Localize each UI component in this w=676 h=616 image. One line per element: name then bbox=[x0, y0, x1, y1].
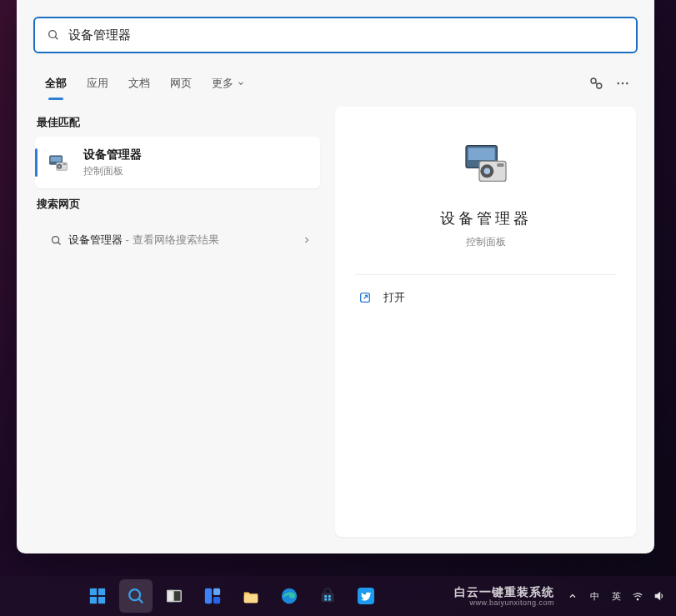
chevron-down-icon bbox=[237, 79, 245, 88]
tab-label: 更多 bbox=[212, 76, 233, 91]
svg-rect-39 bbox=[328, 598, 330, 601]
svg-rect-8 bbox=[51, 157, 62, 162]
lang-indicator[interactable]: 英 bbox=[608, 583, 624, 609]
svg-rect-33 bbox=[243, 594, 258, 603]
web-result-query: 设备管理器 bbox=[68, 233, 123, 246]
tab-apps[interactable]: 应用 bbox=[77, 65, 118, 102]
quick-search-button[interactable] bbox=[583, 70, 609, 97]
device-manager-icon bbox=[40, 151, 77, 174]
search-icon bbox=[43, 234, 68, 247]
store-button[interactable] bbox=[311, 579, 344, 613]
svg-rect-35 bbox=[321, 593, 333, 602]
system-tray: 白云一键重装系统 www.baiyunxitong.com 中 英 bbox=[454, 583, 668, 609]
pinned-app-button[interactable] bbox=[349, 579, 383, 613]
tray-overflow-icon[interactable] bbox=[564, 583, 581, 609]
volume-icon[interactable] bbox=[651, 583, 668, 609]
result-text: 设备管理器 控制面板 bbox=[83, 148, 142, 178]
search-panel: 全部 应用 文档 网页 更多 最佳匹配 bbox=[17, 0, 654, 553]
tab-more[interactable]: 更多 bbox=[202, 65, 255, 102]
results-column: 最佳匹配 设备管理器 控制面板 搜索网页 bbox=[35, 107, 320, 537]
tabs-row: 全部 应用 文档 网页 更多 bbox=[17, 65, 654, 102]
result-subtitle: 控制面板 bbox=[83, 164, 142, 178]
open-action-label: 打开 bbox=[383, 290, 405, 305]
tab-label: 文档 bbox=[128, 76, 150, 91]
content-row: 最佳匹配 设备管理器 控制面板 搜索网页 bbox=[17, 102, 654, 553]
web-result-text: 设备管理器 - 查看网络搜索结果 bbox=[68, 233, 302, 248]
svg-point-19 bbox=[483, 168, 489, 174]
tab-docs[interactable]: 文档 bbox=[118, 65, 160, 102]
web-result-suffix: - 查看网络搜索结果 bbox=[123, 233, 219, 246]
device-manager-icon bbox=[459, 137, 513, 190]
svg-point-41 bbox=[637, 598, 638, 600]
svg-rect-31 bbox=[213, 588, 219, 595]
preview-subtitle: 控制面板 bbox=[466, 235, 506, 249]
search-icon bbox=[47, 28, 60, 42]
tab-label: 全部 bbox=[45, 76, 67, 91]
svg-point-26 bbox=[129, 589, 140, 600]
svg-rect-20 bbox=[497, 163, 503, 167]
svg-point-3 bbox=[597, 83, 602, 88]
tab-label: 网页 bbox=[170, 76, 192, 91]
svg-rect-32 bbox=[213, 597, 219, 603]
svg-rect-36 bbox=[324, 595, 327, 598]
svg-rect-29 bbox=[167, 591, 173, 602]
svg-point-2 bbox=[591, 78, 596, 83]
svg-rect-37 bbox=[328, 595, 330, 598]
svg-line-1 bbox=[55, 37, 58, 39]
more-options-button[interactable] bbox=[609, 70, 636, 97]
svg-rect-25 bbox=[98, 597, 104, 603]
open-external-icon bbox=[358, 291, 372, 304]
svg-rect-24 bbox=[89, 597, 96, 603]
preview-title: 设备管理器 bbox=[440, 208, 532, 228]
search-box[interactable] bbox=[33, 17, 638, 53]
section-header-best-match: 最佳匹配 bbox=[35, 107, 320, 137]
preview-pane: 设备管理器 控制面板 打开 bbox=[335, 107, 636, 537]
task-view-button[interactable] bbox=[158, 579, 191, 613]
svg-rect-30 bbox=[204, 588, 211, 603]
result-title: 设备管理器 bbox=[83, 148, 142, 163]
svg-rect-38 bbox=[324, 598, 327, 601]
svg-line-27 bbox=[138, 599, 143, 603]
open-action[interactable]: 打开 bbox=[355, 275, 616, 320]
svg-line-14 bbox=[58, 242, 60, 244]
watermark-en: www.baiyunxitong.com bbox=[454, 598, 554, 607]
ime-indicator[interactable]: 中 bbox=[586, 583, 603, 609]
search-input[interactable] bbox=[68, 18, 636, 52]
svg-point-11 bbox=[58, 165, 61, 168]
svg-rect-12 bbox=[63, 163, 67, 165]
tab-label: 应用 bbox=[87, 76, 108, 91]
watermark: 白云一键重装系统 www.baiyunxitong.com bbox=[454, 585, 554, 607]
search-button[interactable] bbox=[119, 579, 153, 613]
section-header-web: 搜索网页 bbox=[35, 188, 320, 218]
chevron-right-icon bbox=[302, 235, 312, 245]
svg-rect-22 bbox=[89, 588, 96, 595]
tab-all[interactable]: 全部 bbox=[35, 65, 77, 102]
edge-button[interactable] bbox=[273, 579, 306, 613]
widgets-button[interactable] bbox=[196, 579, 229, 613]
svg-rect-23 bbox=[98, 588, 104, 595]
taskbar-center bbox=[8, 579, 454, 613]
best-match-result[interactable]: 设备管理器 控制面板 bbox=[35, 137, 320, 188]
web-search-result[interactable]: 设备管理器 - 查看网络搜索结果 bbox=[35, 222, 320, 258]
svg-point-6 bbox=[626, 83, 628, 84]
svg-point-0 bbox=[49, 31, 57, 38]
svg-rect-16 bbox=[468, 148, 494, 160]
svg-point-5 bbox=[622, 83, 623, 84]
network-icon[interactable] bbox=[629, 583, 646, 609]
file-explorer-button[interactable] bbox=[234, 579, 268, 613]
tab-web[interactable]: 网页 bbox=[160, 65, 202, 102]
svg-point-13 bbox=[52, 236, 58, 243]
taskbar: 白云一键重装系统 www.baiyunxitong.com 中 英 bbox=[0, 576, 676, 616]
start-button[interactable] bbox=[81, 579, 114, 613]
svg-point-4 bbox=[618, 83, 619, 84]
